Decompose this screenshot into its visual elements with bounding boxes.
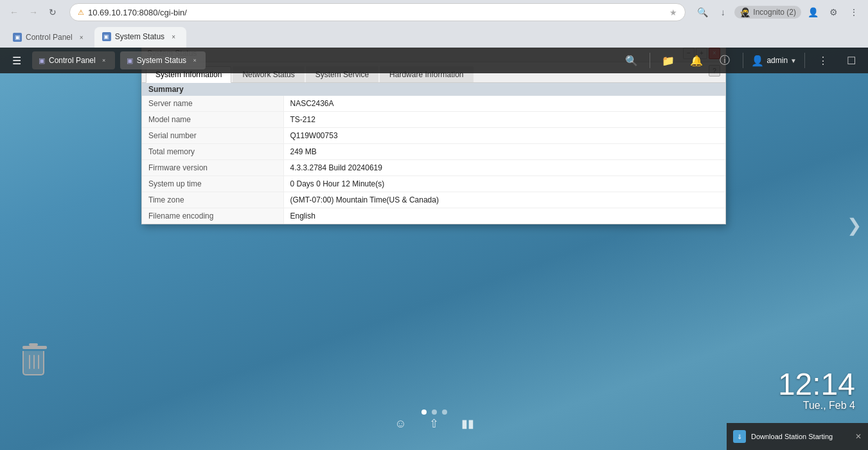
toolbar-divider-2 [743,53,743,68]
table-row: Time zone (GMT-07:00) Mountain Time(US &… [142,192,725,208]
clock-widget: 12:14 Tue., Feb 4 [778,369,855,411]
row-key: Server name [142,96,283,112]
clock-time: 12:14 [778,369,855,400]
browser-top-bar: ← → ↻ ⚠ 10.69.10.170:8080/cgi-bin/ ★ 🔍 ↓… [0,0,868,24]
table-row: Filename encoding English [142,208,725,224]
close-system-status-app[interactable]: × [190,56,199,65]
row-value: TS-212 [283,112,725,128]
clock-date: Tue., Feb 4 [778,400,855,411]
trash-lid [22,346,47,349]
notification-button[interactable]: 🔔 [686,50,707,71]
url-text: 10.69.10.170:8080/cgi-bin/ [88,8,666,17]
row-value: (GMT-07:00) Mountain Time(US & Canada) [283,192,725,208]
row-value: English [283,208,725,224]
profile-button[interactable]: 👤 [804,3,822,21]
toolbar-divider-3 [804,53,805,68]
table-row: System up time 0 Days 0 Hour 12 Minute(s… [142,176,725,192]
section-header: Summary [142,83,725,96]
user-menu[interactable]: 👤 admin ▼ [751,55,797,67]
table-row: Firmware version 4.3.3.2784 Build 202406… [142,160,725,176]
close-control-panel-app[interactable]: × [100,56,109,65]
nas-toolbar: ☰ ▣ Control Panel × ▣ System Status × 🔍 … [0,48,868,73]
system-status-tab-close[interactable]: × [168,32,179,42]
app-tab-control-panel[interactable]: ▣ Control Panel × [32,51,115,69]
back-button[interactable]: ← [5,3,23,21]
download-station-close[interactable]: ✕ [855,432,862,441]
control-panel-app-icon: ▣ [39,57,45,65]
window-content: Summary Server name NASC2436A Model name… [142,83,725,224]
downloads-button[interactable]: ↓ [714,3,732,21]
row-key: Serial number [142,128,283,144]
info-table: Server name NASC2436A Model name TS-212 … [142,96,725,224]
row-key: Total memory [142,144,283,160]
reload-button[interactable]: ↻ [44,3,62,21]
row-value: 0 Days 0 Hour 12 Minute(s) [283,176,725,192]
download-station-bar: ⇓ Download Station Starting ✕ [727,423,868,450]
right-arrow[interactable]: ❯ [847,215,862,236]
download-station-icon: ⇓ [733,430,746,443]
security-icon: ⚠ [78,8,84,17]
row-key: System up time [142,176,283,192]
browser-nav-buttons: ← → ↻ [5,3,62,21]
more-options-button[interactable]: ⋮ [813,50,833,71]
row-key: Filename encoding [142,208,283,224]
trash-line-2 [33,355,35,369]
user-avatar-icon: 👤 [751,55,764,67]
browser-actions: 🔍 ↓ 🥷 Incognito (2) 👤 ⚙ ⋮ [693,3,863,21]
incognito-badge: 🥷 Incognito (2) [734,6,801,19]
smiley-button[interactable]: ☺ [391,413,411,434]
address-bar[interactable]: ⚠ 10.69.10.170:8080/cgi-bin/ ★ [69,3,686,21]
control-panel-tab-close[interactable]: × [76,32,87,42]
toolbar-right: 🔍 📁 🔔 ⓘ 👤 admin ▼ ⋮ ☐ [621,50,862,71]
extensions-button[interactable]: ⚙ [824,3,842,21]
toolbar-divider-1 [650,53,650,68]
download-station-label: Download Station Starting [751,433,850,440]
tab-bar: ▣ Control Panel × ▣ System Status × [0,24,868,48]
search-toolbar-button[interactable]: 🔍 [621,50,642,71]
more-button[interactable]: ⋮ [845,3,863,21]
app-tab-system-status[interactable]: ▣ System Status × [120,51,206,69]
row-key: Model name [142,112,283,128]
row-value: 249 MB [283,144,725,160]
row-key: Time zone [142,192,283,208]
bookmark-icon[interactable]: ★ [669,8,677,17]
table-row: Model name TS-212 [142,112,725,128]
browser-chrome: ← → ↻ ⚠ 10.69.10.170:8080/cgi-bin/ ★ 🔍 ↓… [0,0,868,48]
control-panel-tab-icon: ▣ [13,33,22,42]
tab-system-status[interactable]: ▣ System Status × [94,27,186,48]
table-row: Server name NASC2436A [142,96,725,112]
info-button[interactable]: ⓘ [714,50,735,71]
hamburger-menu-button[interactable]: ☰ [6,50,27,71]
table-row: Total memory 249 MB [142,144,725,160]
tab-control-panel[interactable]: ▣ Control Panel × [5,27,94,48]
trash-line-1 [29,355,30,369]
trash-line-3 [38,355,39,369]
search-button[interactable]: 🔍 [693,3,711,21]
trash-desktop-icon[interactable] [18,345,49,379]
pause-button[interactable]: ▮▮ [457,413,478,434]
user-profile-button[interactable]: ☐ [841,50,862,71]
row-value: 4.3.3.2784 Build 20240619 [283,160,725,176]
upload-button[interactable]: ⇧ [424,413,445,434]
user-dropdown-icon: ▼ [790,57,797,64]
trash-body [22,351,44,375]
system-status-tab-icon: ▣ [102,32,111,41]
bottom-icons: ☺ ⇧ ▮▮ [391,413,478,434]
table-row: Serial number Q119W00753 [142,128,725,144]
system-status-app-icon: ▣ [127,57,133,65]
row-value: Q119W00753 [283,128,725,144]
row-value: NASC2436A [283,96,725,112]
forward-button[interactable]: → [24,3,42,21]
trash-icon [21,347,46,377]
filemanager-button[interactable]: 📁 [658,50,678,71]
row-key: Firmware version [142,160,283,176]
